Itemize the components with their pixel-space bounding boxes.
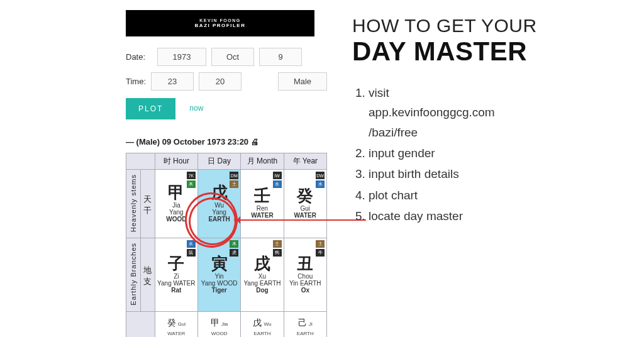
plot-button[interactable]: PLOT xyxy=(126,98,175,119)
step-3: input birth details xyxy=(369,164,625,184)
eb-hour: 水鼠 子ZiYang WATERRat xyxy=(155,238,197,312)
day-input[interactable] xyxy=(259,48,302,66)
minute-input[interactable] xyxy=(199,72,242,91)
steps-list: visit app.kevinfoonggcg.com /bazi/free i… xyxy=(352,83,625,226)
plot-summary: — (Male) 09 October 1973 23:20 🖨 xyxy=(126,137,327,146)
eb-day: 木虎 寅YinYang WOODTiger xyxy=(197,238,240,312)
step-1: visit app.kevinfoonggcg.com /bazi/free xyxy=(369,83,625,142)
hs-year: DW水 癸GuiWATER xyxy=(284,170,326,238)
col-month: 月 Month xyxy=(241,153,284,170)
month-input[interactable] xyxy=(211,48,254,66)
page-title-line1: HOW TO GET YOUR xyxy=(352,15,625,36)
bazi-chart: 时 Hour 日 Day 月 Month 年 Year Heavenly ste… xyxy=(126,153,327,337)
year-input[interactable] xyxy=(157,48,206,66)
date-label: Date: xyxy=(126,52,152,62)
sub-month: 戊 WuEARTH F比肩 xyxy=(241,312,284,337)
brand-line1: KEVIN FOONG xyxy=(199,18,241,23)
step-4: plot chart xyxy=(369,185,625,205)
col-hour: 时 Hour xyxy=(155,153,197,170)
gender-select[interactable] xyxy=(278,72,327,91)
app-header: KEVIN FOONG BAZI PROFILER xyxy=(126,10,314,36)
hs-hour: 7K木 甲JiaYangWOOD xyxy=(155,170,197,238)
brand-line2: BAZI PROFILER xyxy=(195,23,246,28)
step-2: input gender xyxy=(369,143,625,163)
input-form: Date: Time: PLOT now xyxy=(126,48,327,119)
hs-month: IW水 壬RenWATER xyxy=(241,170,284,238)
sub-day: 甲 JiaWOOD 7K七杀 xyxy=(197,312,240,337)
row-earthly-branches: Earthly Branches xyxy=(126,238,141,312)
col-day: 日 Day xyxy=(197,153,240,170)
sub-year: 己 JiEARTH RW劫财 xyxy=(284,312,326,337)
row-heavenly-stems: Heavenly stems xyxy=(126,170,141,238)
col-year: 年 Year xyxy=(284,153,326,170)
hour-input[interactable] xyxy=(151,72,194,91)
hs-day-daymaster: DM土 戊WuYangEARTH xyxy=(197,170,240,238)
time-label: Time: xyxy=(126,77,146,86)
page-title-line2: DAY MASTER xyxy=(352,36,625,67)
eb-month: 土狗 戌XuYang EARTHDog xyxy=(241,238,284,312)
now-link[interactable]: now xyxy=(189,104,203,113)
step-5: locate day master xyxy=(369,206,625,226)
sub-hour: 癸 GuiWATER DW正財 xyxy=(155,312,197,337)
eb-year: 土牛 丑ChouYin EARTHOx xyxy=(284,238,326,312)
